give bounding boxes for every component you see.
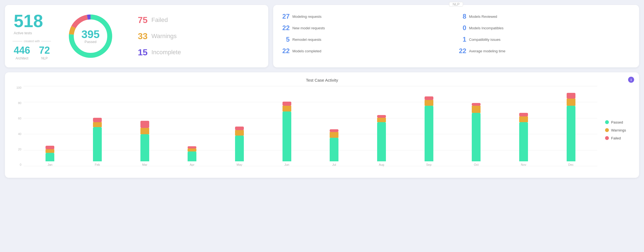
- legend-passed: Passed: [605, 120, 630, 124]
- bar-stack-jan: [46, 146, 54, 161]
- nlp-card: NLP 27 Modeling requests 8 Models Review…: [273, 5, 639, 67]
- chart-title: Test Case Activity: [12, 78, 632, 82]
- nlp-number-1: 8: [457, 13, 466, 20]
- warnings-label: Warnings: [151, 33, 177, 40]
- donut-chart: 395 Passed: [63, 12, 118, 61]
- legend-warnings: Warnings: [605, 128, 630, 132]
- bar-label-jun: Jun: [284, 163, 289, 166]
- bar-label-may: May: [237, 163, 242, 166]
- bar-group-feb: Feb: [93, 118, 102, 166]
- legend-label-failed: Failed: [611, 136, 621, 140]
- bar-warnings-jan: [46, 149, 54, 153]
- info-button[interactable]: i: [628, 77, 634, 83]
- nlp-label-5: Compatibility issues: [469, 38, 501, 42]
- bar-group-nov: Nov: [519, 113, 528, 166]
- bar-passed-nov: [519, 122, 528, 161]
- bar-group-aug: Aug: [377, 115, 386, 166]
- architect-label: Architect: [16, 56, 29, 60]
- bar-group-apr: Apr: [188, 146, 196, 166]
- y-label-60: 60: [12, 117, 21, 120]
- incomplete-label: Incomplete: [151, 49, 181, 56]
- summary-card: 518 Active tests created with 446 Archit…: [5, 5, 268, 67]
- donut-center: 395 Passed: [81, 29, 100, 44]
- legend-dot-failed: [605, 136, 609, 140]
- bar-stack-jun: [283, 102, 291, 161]
- nlp-item-3: 0 Models Incompatibles: [457, 24, 631, 32]
- architect-stat: 446 Architect: [14, 45, 30, 60]
- failed-stat: 75 Failed: [134, 15, 181, 25]
- nlp-count: 72: [39, 45, 50, 55]
- legend-dot-warnings: [605, 128, 609, 132]
- bar-group-oct: Oct: [472, 103, 481, 166]
- bar-failed-mar: [140, 121, 149, 128]
- bar-stack-dec: [567, 93, 575, 161]
- chart-legend: Passed Warnings Failed: [602, 86, 632, 174]
- bar-stack-apr: [188, 146, 196, 161]
- bar-stack-sep: [425, 96, 433, 161]
- nlp-number-3: 0: [457, 24, 466, 32]
- bar-failed-apr: [188, 146, 196, 148]
- incomplete-stat: 15 Incomplete: [134, 47, 181, 58]
- bar-passed-jul: [330, 138, 338, 161]
- nlp-item-2: 22 New model requests: [281, 24, 455, 32]
- bar-label-nov: Nov: [521, 163, 526, 166]
- nlp-number-0: 27: [281, 13, 290, 20]
- bar-passed-apr: [188, 151, 196, 161]
- bar-label-feb: Feb: [95, 163, 100, 166]
- bar-group-mar: Mar: [140, 121, 149, 166]
- bar-label-dec: Dec: [568, 163, 574, 166]
- legend-label-warnings: Warnings: [611, 128, 626, 132]
- nlp-grid: 27 Modeling requests 8 Models Reviewed 2…: [281, 13, 631, 55]
- legend-dot-passed: [605, 120, 609, 124]
- nlp-card-title: NLP: [449, 2, 463, 7]
- y-label-0: 0: [12, 163, 21, 166]
- bar-group-sep: Sep: [425, 96, 433, 166]
- nlp-number-5: 1: [457, 36, 466, 43]
- nlp-label-3: Models Incompatibles: [469, 26, 504, 30]
- legend-failed: Failed: [605, 136, 630, 140]
- active-tests-label: Active tests: [14, 31, 32, 35]
- nlp-item-0: 27 Modeling requests: [281, 13, 455, 20]
- bar-chart: 100 80 60 40 20 0 Jan: [12, 86, 597, 174]
- bar-warnings-oct: [472, 106, 481, 113]
- nlp-label-2: New model requests: [292, 26, 325, 30]
- bar-failed-feb: [93, 118, 102, 122]
- bar-stack-feb: [93, 118, 102, 161]
- nlp-label-6: Models completed: [292, 49, 321, 53]
- bar-stack-nov: [519, 113, 528, 161]
- y-label-80: 80: [12, 102, 21, 105]
- bar-warnings-jun: [283, 106, 291, 111]
- bar-warnings-nov: [519, 116, 528, 122]
- nlp-label-7: Average modeling time: [469, 49, 505, 53]
- warnings-count: 33: [134, 31, 148, 41]
- chart-area: 100 80 60 40 20 0 Jan: [12, 86, 632, 174]
- bar-passed-dec: [567, 106, 575, 161]
- nlp-label-4: Remodel requests: [292, 38, 321, 42]
- bar-stack-jul: [330, 129, 338, 161]
- chart-card: Test Case Activity i 100 80 60 40 20 0: [5, 72, 639, 178]
- failed-label: Failed: [151, 16, 168, 24]
- bars-container: Jan Feb Mar Apr May: [24, 86, 597, 166]
- bar-passed-jan: [46, 153, 54, 161]
- nlp-label-1: Models Reviewed: [469, 15, 497, 19]
- bar-failed-aug: [377, 115, 386, 118]
- bar-failed-dec: [567, 93, 575, 99]
- nlp-number-6: 22: [281, 47, 290, 55]
- bar-group-dec: Dec: [567, 93, 575, 166]
- bar-label-mar: Mar: [142, 163, 147, 166]
- bar-failed-jan: [46, 146, 54, 149]
- y-label-40: 40: [12, 133, 21, 136]
- nlp-item-7: 22 Average modeling time: [457, 47, 631, 55]
- status-stats: 75 Failed 33 Warnings 15 Incomplete: [134, 15, 181, 58]
- bar-label-oct: Oct: [474, 163, 479, 166]
- bar-group-jan: Jan: [46, 146, 54, 166]
- bar-passed-may: [235, 136, 244, 161]
- bar-stack-oct: [472, 103, 481, 161]
- bar-passed-sep: [425, 106, 433, 161]
- bar-warnings-sep: [425, 100, 433, 106]
- nlp-number-4: 5: [281, 36, 290, 43]
- bar-failed-sep: [425, 96, 433, 100]
- nlp-label-0: Modeling requests: [292, 15, 321, 19]
- bar-label-jan: Jan: [47, 163, 52, 166]
- architect-count: 446: [14, 45, 30, 55]
